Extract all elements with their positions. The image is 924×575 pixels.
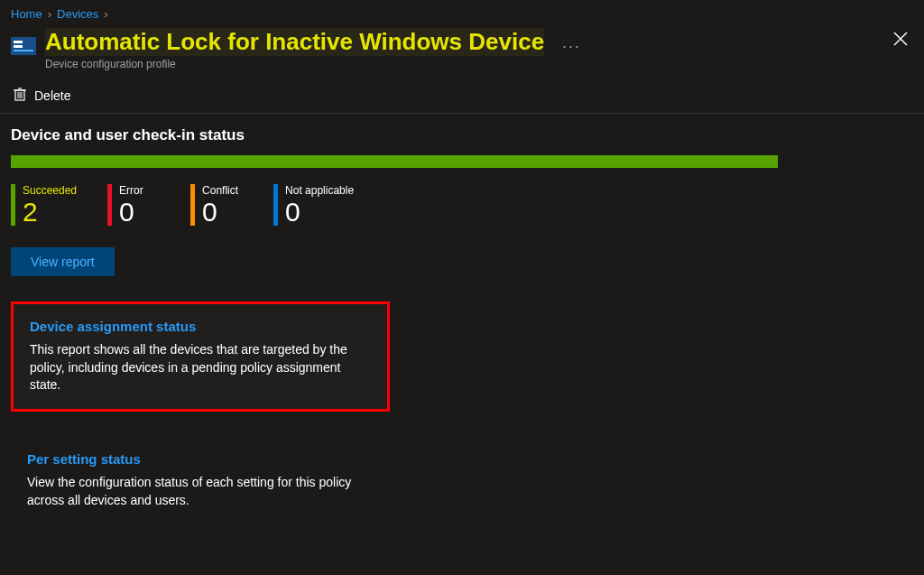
stat-value: 2: [23, 199, 77, 226]
device-assignment-card[interactable]: Device assignment status This report sho…: [11, 301, 390, 412]
stat-succeeded: Succeeded 2: [11, 184, 77, 226]
status-progress-bar: [11, 155, 778, 168]
chevron-right-icon: ›: [48, 7, 51, 21]
breadcrumb-devices[interactable]: Devices: [57, 7, 98, 21]
profile-icon: [11, 33, 36, 59]
stat-not-applicable: Not applicable 0: [273, 184, 354, 226]
delete-icon[interactable]: [13, 87, 27, 104]
command-bar: Delete: [0, 79, 924, 114]
more-icon[interactable]: ···: [562, 37, 581, 56]
page-header: Automatic Lock for Inactive Windows Devi…: [0, 24, 924, 79]
stat-conflict: Conflict 0: [190, 184, 243, 226]
card-title: Per setting status: [27, 451, 374, 467]
close-icon[interactable]: [893, 32, 908, 51]
stat-label: Succeeded: [23, 184, 77, 197]
stat-value: 0: [202, 199, 243, 226]
per-setting-card[interactable]: Per setting status View the configuratio…: [11, 437, 390, 524]
stat-value: 0: [285, 199, 354, 226]
view-report-button[interactable]: View report: [11, 247, 115, 276]
breadcrumb: Home › Devices ›: [0, 0, 924, 24]
card-description: This report shows all the devices that a…: [30, 341, 371, 394]
page-title: Automatic Lock for Inactive Windows Devi…: [45, 28, 544, 56]
section-title: Device and user check-in status: [0, 114, 924, 155]
stat-error: Error 0: [107, 184, 160, 226]
svg-rect-3: [14, 50, 33, 51]
stat-value: 0: [119, 199, 160, 226]
report-cards: Device assignment status This report sho…: [0, 276, 924, 524]
stat-label: Not applicable: [285, 184, 354, 197]
svg-rect-2: [14, 45, 23, 48]
card-title: Device assignment status: [30, 319, 371, 334]
card-description: View the configuration status of each se…: [27, 474, 374, 509]
stat-label: Error: [119, 184, 160, 197]
chevron-right-icon: ›: [104, 7, 107, 21]
status-stats: Succeeded 2 Error 0 Conflict 0 Not appli…: [0, 168, 924, 233]
breadcrumb-home[interactable]: Home: [11, 7, 42, 21]
delete-button[interactable]: Delete: [34, 88, 70, 103]
svg-rect-1: [14, 41, 23, 43]
page-subtitle: Device configuration profile: [45, 58, 544, 70]
stat-label: Conflict: [202, 184, 243, 197]
